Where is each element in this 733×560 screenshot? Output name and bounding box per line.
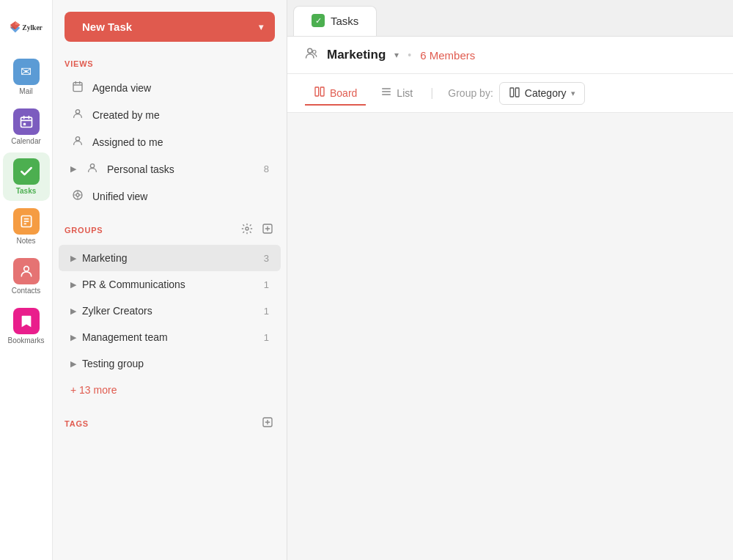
view-item-assigned-to-me[interactable]: Assigned to me [59, 128, 281, 155]
personal-tasks-badge: 8 [264, 163, 269, 174]
group-by-label: Group by: [448, 87, 493, 99]
workspace-icon [305, 47, 318, 63]
tab-list[interactable]: List [372, 81, 421, 106]
view-item-personal-tasks[interactable]: ▶ Personal tasks 8 [59, 155, 281, 183]
sidebar-item-label-mail: Mail [19, 87, 32, 95]
tab-board[interactable]: Board [305, 81, 366, 106]
group-item-marketing[interactable]: ▶ Marketing 3 [59, 245, 281, 271]
personal-tasks-icon [85, 162, 100, 176]
group-count-marketing: 3 [264, 253, 269, 264]
main-content: ✓ Tasks Marketing ▾ • 6 Members Board Li… [287, 0, 733, 560]
pr-comms-chevron-icon: ▶ [70, 280, 76, 290]
notes-icon [13, 208, 40, 235]
view-label-unified: Unified view [92, 191, 269, 202]
group-by-icon [509, 86, 520, 100]
group-by-select[interactable]: Category ▾ [499, 82, 585, 105]
sidebar-item-label-calendar: Calendar [11, 137, 41, 145]
group-name-testing: Testing group [82, 358, 269, 369]
testing-chevron-icon: ▶ [70, 359, 76, 369]
tasks-tab-icon: ✓ [312, 14, 325, 27]
sidebar-item-label-bookmarks: Bookmarks [7, 336, 44, 345]
assigned-to-me-icon [70, 135, 85, 149]
svg-rect-43 [510, 88, 514, 97]
created-by-me-icon [70, 108, 85, 122]
more-groups-link[interactable]: + 13 more [53, 377, 287, 403]
unified-view-icon [70, 189, 85, 203]
view-controls: Board List | Group by: Category ▾ [287, 74, 733, 113]
sidebar-item-calendar[interactable]: Calendar [3, 103, 50, 151]
tags-section-header: TAGS [53, 403, 287, 438]
svg-point-15 [23, 266, 29, 271]
board-tab-icon [314, 86, 325, 100]
group-item-pr-comms[interactable]: ▶ PR & Communications 1 [59, 271, 281, 298]
group-name-marketing: Marketing [82, 252, 258, 264]
view-separator: | [430, 86, 433, 100]
dot-separator: • [408, 49, 411, 61]
group-count-pr-comms: 1 [264, 279, 269, 290]
svg-rect-6 [21, 117, 32, 127]
group-item-zylker-creators[interactable]: ▶ Zylker Creators 1 [59, 298, 281, 324]
new-task-button[interactable]: New Task ▾ [65, 12, 275, 42]
svg-text:Zylker: Zylker [22, 24, 43, 32]
view-label-created-by-me: Created by me [92, 109, 269, 121]
marketing-chevron-icon: ▶ [70, 254, 76, 263]
zylker-logo: Zylker [7, 15, 45, 41]
contacts-icon [13, 258, 40, 284]
groups-section-label: GROUPS [65, 226, 103, 235]
bookmarks-icon [13, 308, 40, 334]
views-section-label: VIEWS [53, 48, 287, 74]
tags-add-button[interactable] [260, 415, 275, 432]
workspace-name: Marketing [327, 48, 386, 62]
members-count: 6 Members [420, 49, 475, 62]
list-tab-icon [380, 86, 392, 100]
svg-rect-38 [315, 87, 319, 96]
sidebar-item-contacts[interactable]: Contacts [3, 252, 50, 301]
group-item-management[interactable]: ▶ Management team 1 [59, 324, 281, 350]
tab-tasks-label: Tasks [331, 15, 358, 27]
zylker-creators-chevron-icon: ▶ [70, 306, 76, 316]
svg-point-21 [75, 137, 79, 141]
view-item-agenda[interactable]: Agenda view [59, 74, 281, 101]
calendar-icon [13, 108, 40, 135]
management-chevron-icon: ▶ [70, 333, 76, 342]
group-name-management: Management team [82, 331, 258, 343]
sidebar-item-label-notes: Notes [16, 237, 35, 245]
tasks-icon [13, 158, 40, 185]
group-count-zylker-creators: 1 [264, 306, 269, 317]
svg-rect-16 [73, 83, 82, 92]
tab-tasks[interactable]: ✓ Tasks [293, 6, 377, 36]
new-task-chevron-icon: ▾ [259, 22, 263, 32]
group-by-value: Category [525, 87, 567, 99]
icon-sidebar: Zylker ✉ Mail Calendar Tasks Notes Conta… [0, 0, 53, 560]
svg-marker-4 [15, 21, 20, 24]
view-item-created-by-me[interactable]: Created by me [59, 101, 281, 128]
view-label-agenda: Agenda view [92, 82, 269, 94]
svg-point-36 [308, 48, 312, 53]
group-name-zylker-creators: Zylker Creators [82, 305, 258, 317]
groups-section-header: GROUPS [53, 210, 287, 245]
sidebar-item-bookmarks[interactable]: Bookmarks [3, 302, 50, 350]
svg-point-37 [313, 51, 317, 54]
sidebar-item-mail[interactable]: ✉ Mail [3, 53, 50, 101]
svg-point-20 [75, 110, 79, 114]
groups-settings-button[interactable] [240, 221, 254, 239]
workspace-toolbar: Marketing ▾ • 6 Members [287, 37, 733, 74]
tags-section-label: TAGS [65, 419, 89, 428]
svg-point-29 [246, 227, 248, 230]
view-label-personal-tasks: Personal tasks [107, 163, 257, 175]
sidebar-item-notes[interactable]: Notes [3, 202, 50, 251]
new-task-label: New Task [82, 21, 132, 33]
groups-actions [240, 221, 275, 239]
group-by-chevron-icon: ▾ [571, 89, 575, 98]
view-item-unified[interactable]: Unified view [59, 183, 281, 210]
group-count-management: 1 [264, 332, 269, 343]
group-item-testing[interactable]: ▶ Testing group [59, 350, 281, 377]
groups-add-button[interactable] [260, 221, 275, 239]
workspace-chevron-icon[interactable]: ▾ [394, 50, 399, 60]
view-label-assigned-to-me: Assigned to me [92, 136, 269, 148]
svg-rect-10 [23, 123, 25, 125]
sidebar-item-tasks[interactable]: Tasks [3, 152, 50, 201]
group-name-pr-comms: PR & Communications [82, 279, 258, 290]
board-area [287, 113, 733, 560]
personal-tasks-chevron-icon: ▶ [70, 164, 76, 174]
